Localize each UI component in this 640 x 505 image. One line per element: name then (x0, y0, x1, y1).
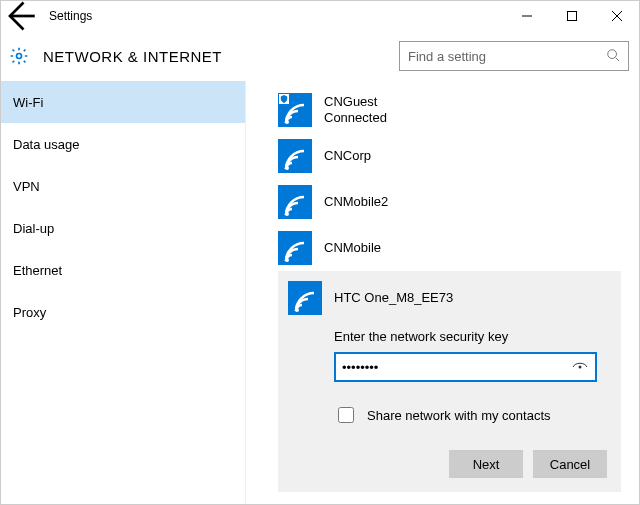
password-input[interactable] (334, 352, 597, 382)
shield-icon (279, 94, 289, 104)
network-name: CNCorp (324, 148, 371, 164)
main-pane: CNGuest Connected CNCorp CNMobile2 CNMob… (246, 81, 639, 505)
svg-point-10 (285, 258, 289, 262)
sidebar-item-ethernet[interactable]: Ethernet (1, 249, 245, 291)
password-prompt-label: Enter the network security key (288, 329, 611, 344)
network-status: Connected (324, 110, 387, 126)
sidebar-item-vpn[interactable]: VPN (1, 165, 245, 207)
network-row[interactable]: Caroline's iPhone (278, 500, 639, 505)
svg-point-12 (579, 366, 582, 369)
network-row[interactable]: CNGuest Connected (278, 87, 639, 133)
share-contacts-checkbox[interactable] (338, 407, 354, 423)
back-button[interactable] (1, 1, 37, 31)
network-row[interactable]: HTC One_M8_EE73 (288, 279, 611, 325)
network-row[interactable]: CNMobile (278, 225, 639, 271)
wifi-icon (278, 93, 312, 127)
sidebar-item-proxy[interactable]: Proxy (1, 291, 245, 333)
page-title: NETWORK & INTERNET (37, 48, 399, 65)
svg-rect-1 (567, 12, 576, 21)
wifi-icon (288, 281, 322, 315)
search-input[interactable]: Find a setting (399, 41, 629, 71)
page-header: NETWORK & INTERNET Find a setting (1, 31, 639, 81)
network-name: CNGuest (324, 94, 387, 110)
svg-point-8 (285, 166, 289, 170)
svg-point-9 (285, 212, 289, 216)
network-name: HTC One_M8_EE73 (334, 290, 453, 306)
reveal-password-icon[interactable] (569, 352, 591, 382)
share-contacts-row[interactable]: Share network with my contacts (334, 404, 611, 426)
window-title: Settings (37, 9, 92, 23)
sidebar: Wi-Fi Data usage VPN Dial-up Ethernet Pr… (1, 81, 246, 505)
minimize-button[interactable] (504, 1, 549, 31)
svg-line-6 (616, 57, 620, 61)
svg-point-5 (608, 49, 617, 58)
sidebar-item-data-usage[interactable]: Data usage (1, 123, 245, 165)
wifi-icon (278, 231, 312, 265)
close-button[interactable] (594, 1, 639, 31)
gear-icon (1, 31, 37, 81)
search-placeholder: Find a setting (408, 49, 606, 64)
sidebar-item-dialup[interactable]: Dial-up (1, 207, 245, 249)
share-contacts-label: Share network with my contacts (367, 408, 551, 423)
svg-point-11 (295, 308, 299, 312)
network-name: CNMobile2 (324, 194, 388, 210)
wifi-icon (278, 185, 312, 219)
network-row[interactable]: CNCorp (278, 133, 639, 179)
network-expanded-panel: HTC One_M8_EE73 Enter the network securi… (278, 271, 621, 492)
network-row[interactable]: CNMobile2 (278, 179, 639, 225)
titlebar: Settings (1, 1, 639, 31)
cancel-button[interactable]: Cancel (533, 450, 607, 478)
svg-point-7 (285, 120, 289, 124)
search-icon (606, 48, 620, 65)
maximize-button[interactable] (549, 1, 594, 31)
sidebar-item-wifi[interactable]: Wi-Fi (1, 81, 245, 123)
wifi-icon (278, 139, 312, 173)
next-button[interactable]: Next (449, 450, 523, 478)
svg-point-4 (17, 54, 22, 59)
network-name: CNMobile (324, 240, 381, 256)
